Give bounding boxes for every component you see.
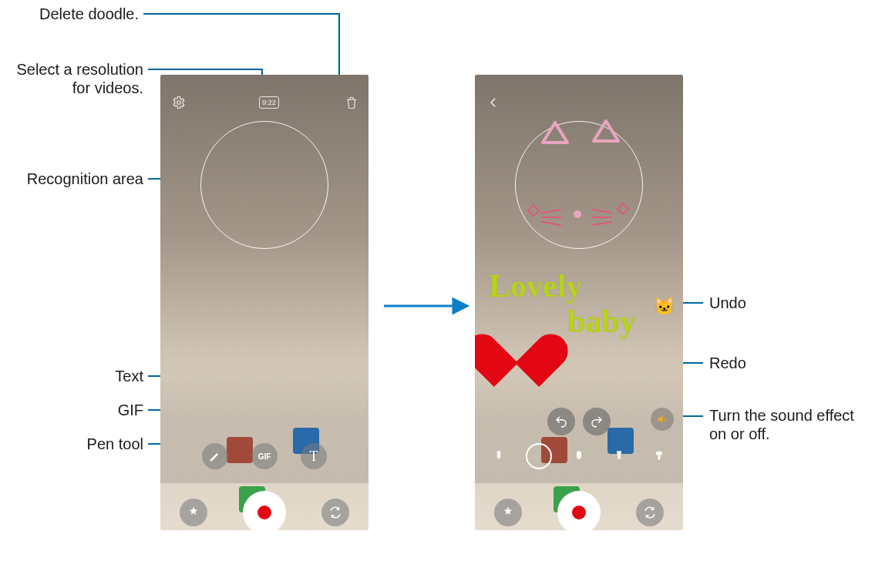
effects-icon[interactable] [494, 499, 522, 526]
doodle-whisker [592, 217, 612, 218]
pen-tool-icon[interactable] [202, 443, 228, 469]
doodle-whisker [541, 217, 561, 218]
phone-screen-before: 9:22 GIF T [160, 75, 369, 530]
brush-flat-icon[interactable] [646, 443, 672, 469]
bottom-controls [475, 495, 683, 530]
svg-marker-3 [543, 123, 567, 143]
doodle-ear-right [591, 118, 621, 146]
svg-marker-1 [453, 299, 467, 313]
undo-icon[interactable] [547, 408, 575, 435]
callout-undo: Undo [709, 294, 746, 312]
callout-gif-tool: GIF [0, 401, 143, 419]
svg-rect-5 [656, 452, 662, 455]
redo-icon[interactable] [583, 408, 611, 435]
gif-tool-icon[interactable]: GIF [251, 443, 278, 469]
callout-select-resolution: Select a resolution for videos. [0, 60, 143, 97]
switch-camera-icon[interactable] [321, 499, 349, 526]
recognition-area-circle [200, 121, 328, 249]
svg-rect-6 [658, 455, 661, 460]
brush-row [475, 441, 683, 472]
trash-icon[interactable] [344, 95, 359, 110]
switch-camera-icon[interactable] [636, 499, 664, 526]
settings-icon[interactable] [171, 95, 187, 110]
svg-marker-4 [594, 121, 618, 141]
brush-hatch-icon[interactable] [526, 443, 552, 469]
doodle-text-line1: Lovely [489, 272, 582, 301]
bottom-controls [160, 495, 369, 530]
recognition-area-circle [515, 121, 643, 249]
back-icon[interactable] [486, 95, 501, 110]
tool-row: GIF T [160, 441, 369, 472]
svg-point-2 [177, 101, 181, 105]
record-button[interactable] [243, 491, 286, 530]
effects-icon[interactable] [180, 499, 207, 526]
record-button[interactable] [557, 491, 601, 530]
brush-marker-icon[interactable] [606, 443, 632, 469]
doodle-nose [574, 210, 581, 218]
callout-pen-tool: Pen tool [0, 435, 143, 453]
resolution-icon[interactable]: 9:22 [259, 96, 279, 109]
brush-eraser-icon[interactable] [486, 443, 512, 469]
doodle-heart [484, 312, 549, 371]
callout-redo: Redo [709, 354, 746, 372]
text-tool-icon[interactable]: T [301, 443, 327, 469]
callout-delete-doodle: Delete doodle. [0, 5, 139, 23]
sound-toggle-icon[interactable] [651, 408, 674, 431]
phone-screen-after: Lovely baby 🐱 [475, 75, 683, 530]
callout-text-tool: Text [0, 367, 143, 385]
doodle-text-line2: baby [567, 307, 636, 337]
doodle-ear-left [540, 119, 570, 147]
doodle-cat-stamp: 🐱 [651, 297, 677, 320]
resolution-label: 9:22 [262, 99, 276, 106]
callout-sound-toggle: Turn the sound effect on or off. [709, 406, 863, 443]
brush-round-icon[interactable] [566, 443, 592, 469]
callout-recognition-area: Recognition area [0, 170, 143, 188]
